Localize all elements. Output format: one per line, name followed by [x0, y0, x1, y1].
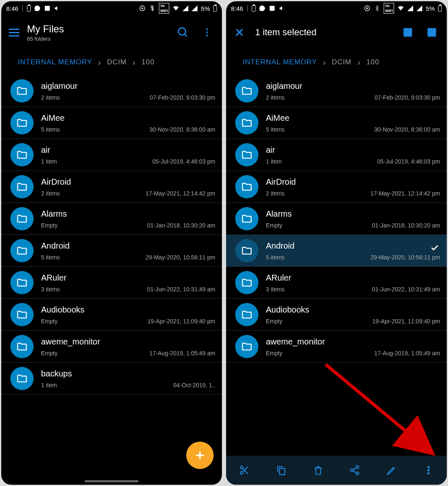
signal-icon-2: [192, 5, 197, 11]
image-icon: [269, 5, 275, 12]
svg-point-3: [206, 32, 208, 33]
folder-count: 5 items: [41, 126, 60, 133]
folder-name: aiglamour: [41, 81, 215, 91]
svg-rect-5: [270, 6, 275, 11]
folder-name: Audiobooks: [266, 305, 440, 315]
folder-icon: [10, 335, 34, 358]
list-item[interactable]: aweme_monitor Empty 17-Aug-2019, 1:05:49…: [226, 331, 447, 363]
folder-date: 17-Aug-2019, 1:05:49 am: [374, 350, 440, 357]
folder-date: 29-May-2020, 10:56:11 pm: [370, 254, 440, 261]
svg-rect-9: [428, 28, 436, 37]
crumb-2[interactable]: 100: [366, 58, 379, 66]
cut-icon: [239, 465, 250, 476]
nav-pill[interactable]: [85, 480, 139, 482]
list-item[interactable]: Alarms Empty 01-Jan-2018, 10:30:20 am: [226, 203, 447, 235]
svg-rect-12: [280, 469, 285, 475]
list-item[interactable]: ARuler 3 items 01-Jun-2022, 10:31:49 am: [1, 267, 222, 299]
bluetooth-icon: [149, 5, 156, 12]
folder-date: 05-Jul-2019, 4:46:03 pm: [152, 158, 215, 165]
crumb-root[interactable]: INTERNAL MEMORY: [243, 58, 317, 66]
folder-icon: [235, 303, 258, 326]
crumb-1[interactable]: DCIM: [332, 58, 351, 66]
folder-date: 01-Jan-2018, 10:30:20 am: [372, 222, 440, 229]
folder-name: aiglamour: [266, 81, 440, 91]
list-item[interactable]: AirDroid 2 items 17-May-2021, 12:14:42 p…: [226, 171, 447, 203]
select-none-button[interactable]: [424, 24, 440, 41]
folder-date: 17-May-2021, 12:14:42 pm: [146, 190, 215, 197]
page-subtitle: 65 folders: [27, 36, 64, 42]
folder-count: 2 items: [41, 94, 60, 101]
phone-right: 8:46 VoWiFi 5% 1 item selected: [226, 1, 447, 485]
plus-icon: [194, 449, 206, 461]
list-item[interactable]: AiMee 5 items 30-Nov-2020, 8:36:00 am: [1, 107, 222, 139]
overflow-button[interactable]: [199, 24, 215, 41]
rename-button[interactable]: [382, 460, 402, 480]
list-item[interactable]: ARuler 3 items 01-Jun-2022, 10:31:49 am: [226, 267, 447, 299]
list-item[interactable]: AiMee 5 items 30-Nov-2020, 8:36:00 am: [226, 107, 447, 139]
list-item[interactable]: air 1 item 05-Jul-2019, 4:46:03 pm: [226, 139, 447, 171]
folder-icon: [10, 207, 34, 230]
status-bar: 8:46 VoWiFi 5%: [1, 1, 222, 15]
list-item[interactable]: aweme_monitor Empty 17-Aug-2019, 1:05:49…: [1, 331, 222, 363]
battery-icon: [213, 5, 217, 12]
breadcrumb[interactable]: INTERNAL MEMORY › DCIM › 100: [1, 49, 222, 75]
folder-name: AirDroid: [266, 177, 440, 187]
share-button[interactable]: [345, 460, 365, 480]
list-item[interactable]: Audiobooks Empty 19-Apr-2021, 11:09:40 p…: [226, 299, 447, 331]
menu-icon[interactable]: [9, 29, 19, 37]
crumb-root[interactable]: INTERNAL MEMORY: [18, 58, 92, 66]
folder-count: 1 item: [266, 158, 282, 165]
folder-date: 04-Oct-2019, 1..: [173, 382, 215, 388]
list-item[interactable]: aiglamour 2 items 07-Feb-2020, 9:03:30 p…: [1, 75, 222, 107]
status-bar: 8:46 VoWiFi 5%: [226, 1, 447, 15]
list-item[interactable]: aiglamour 2 items 07-Feb-2020, 9:03:30 p…: [226, 75, 447, 107]
select-all-button[interactable]: [399, 24, 416, 41]
folder-icon: [10, 271, 34, 294]
cut-button[interactable]: [234, 460, 254, 480]
crumb-2[interactable]: 100: [141, 58, 154, 66]
folder-list[interactable]: aiglamour 2 items 07-Feb-2020, 9:03:30 p…: [1, 75, 222, 485]
copy-icon: [276, 465, 287, 476]
list-item[interactable]: Alarms Empty 01-Jan-2018, 10:30:20 am: [1, 203, 222, 235]
folder-name: aweme_monitor: [41, 337, 215, 347]
volume-icon: [54, 5, 61, 12]
folder-count: Empty: [266, 318, 282, 325]
folder-name: Android: [41, 241, 215, 251]
list-item[interactable]: backups 1 item 04-Oct-2019, 1..: [1, 363, 222, 395]
search-button[interactable]: [175, 24, 191, 41]
list-item[interactable]: Audiobooks Empty 19-Apr-2021, 11:09:40 p…: [1, 299, 222, 331]
more-button[interactable]: [419, 460, 438, 480]
svg-point-16: [427, 466, 429, 468]
folder-list[interactable]: aiglamour 2 items 07-Feb-2020, 9:03:30 p…: [226, 75, 447, 456]
list-item[interactable]: Android 5 items 29-May-2020, 10:56:11 pm: [226, 235, 447, 267]
folder-name: air: [266, 145, 440, 155]
svg-rect-0: [45, 6, 50, 11]
close-selection-button[interactable]: [231, 24, 248, 41]
wifi-icon: [397, 5, 404, 12]
folder-name: Alarms: [266, 209, 440, 219]
copy-button[interactable]: [271, 460, 291, 480]
folder-count: 1 item: [41, 158, 57, 165]
battery-percent: 5%: [426, 5, 435, 12]
folder-icon: [235, 271, 258, 294]
breadcrumb[interactable]: INTERNAL MEMORY › DCIM › 100: [226, 49, 447, 75]
folder-icon: [235, 239, 258, 262]
folder-date: 17-Aug-2019, 1:05:49 am: [149, 350, 215, 357]
folder-icon: [10, 111, 34, 134]
chevron-right-icon: ›: [132, 58, 136, 67]
signal-icon: [407, 5, 413, 11]
chevron-right-icon: ›: [323, 58, 326, 67]
folder-icon: [10, 175, 34, 198]
svg-point-17: [427, 469, 429, 471]
list-item[interactable]: Android 5 items 29-May-2020, 10:56:11 pm: [1, 235, 222, 267]
whatsapp-icon: [34, 5, 41, 12]
folder-count: Empty: [41, 350, 58, 357]
folder-icon: [10, 143, 34, 166]
fab-add[interactable]: [186, 442, 214, 469]
folder-count: Empty: [266, 222, 282, 229]
list-item[interactable]: air 1 item 05-Jul-2019, 4:46:03 pm: [1, 139, 222, 171]
delete-button[interactable]: [308, 460, 328, 480]
volume-icon: [279, 5, 285, 12]
list-item[interactable]: AirDroid 2 items 17-May-2021, 12:14:42 p…: [1, 171, 222, 203]
crumb-1[interactable]: DCIM: [107, 58, 127, 66]
